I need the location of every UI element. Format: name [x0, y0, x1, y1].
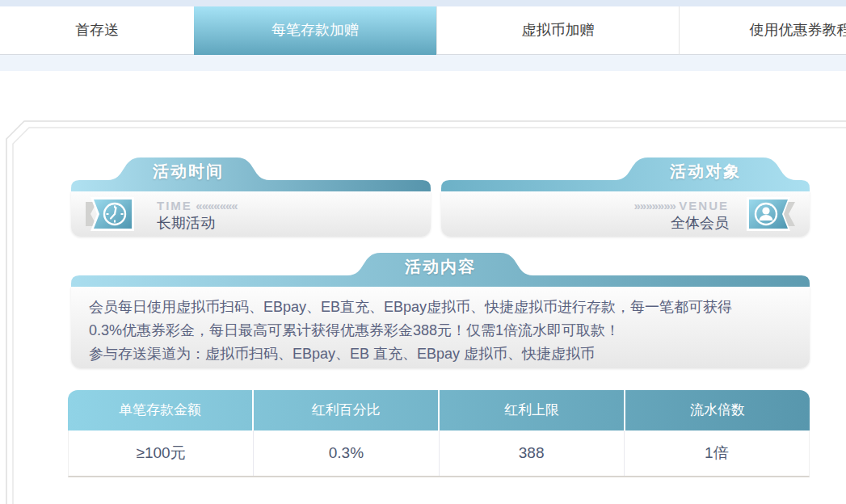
panel-title-activity-time: 活动时间	[136, 161, 241, 183]
table-header-row: 单笔存款金额 红利百分比 红利上限 流水倍数	[68, 390, 810, 430]
promo-tab-bar: 首存送 每笔存款加赠 虚拟币加赠 使用优惠券教程	[0, 6, 846, 55]
user-icon	[745, 195, 797, 233]
tab-per-deposit-bonus[interactable]: 每笔存款加赠	[194, 6, 436, 55]
panel-title-activity-content: 活动内容	[388, 256, 493, 278]
content-line-3: 参与存送渠道为：虚拟币扫码、EBpay、EB 直充、EBpay 虚拟币、快捷虚拟…	[89, 342, 792, 366]
cell-bonus-cap: 388	[440, 430, 625, 476]
activity-time-header	[71, 158, 431, 191]
cell-bonus-percent: 0.3%	[254, 430, 439, 476]
bonus-table: 单笔存款金额 红利百分比 红利上限 流水倍数 ≥100元 0.3% 388 1倍	[68, 390, 810, 477]
table-row: ≥100元 0.3% 388 1倍	[68, 430, 810, 477]
promotion-page: 首存送 每笔存款加赠 虚拟币加赠 使用优惠券教程 活动时间	[0, 0, 846, 504]
panel-title-activity-target: 活动对象	[653, 161, 758, 183]
tab-first-deposit[interactable]: 首存送	[0, 6, 194, 55]
activity-content-body: 会员每日使用虚拟币扫码、EBpay、EB直充、EBpay虚拟币、快捷虚拟币进行存…	[71, 287, 810, 368]
header-cell-bonus-cap: 红利上限	[440, 390, 625, 430]
cell-turnover-multiple: 1倍	[625, 430, 809, 476]
sub-strip	[0, 55, 846, 71]
header-cell-deposit-amount: 单笔存款金额	[68, 390, 254, 430]
tab-crypto-bonus[interactable]: 虚拟币加赠	[436, 6, 679, 55]
venue-arrows: »»»»»»»	[633, 199, 675, 212]
tab-coupon-tutorial[interactable]: 使用优惠券教程	[679, 6, 846, 55]
panel-activity-content: 活动内容 会员每日使用虚拟币扫码、EBpay、EB直充、EBpay虚拟币、快捷虚…	[71, 253, 810, 368]
panel-activity-time: 活动时间 TIME ««««««« 长期活动	[71, 158, 431, 237]
activity-target-body: »»»»»»» VENUE 全体会员	[441, 191, 810, 237]
content-line-2: 0.3%优惠券彩金，每日最高可累计获得优惠券彩金388元！仅需1倍流水即可取款！	[89, 319, 792, 342]
top-strip	[0, 0, 846, 6]
time-value: 长期活动	[157, 216, 238, 231]
activity-time-body: TIME ««««««« 长期活动	[71, 191, 431, 237]
header-cell-bonus-percent: 红利百分比	[254, 390, 440, 430]
content-line-1: 会员每日使用虚拟币扫码、EBpay、EB直充、EBpay虚拟币、快捷虚拟币进行存…	[89, 296, 792, 319]
header-cell-turnover-multiple: 流水倍数	[625, 390, 810, 430]
time-tag: TIME	[157, 199, 192, 212]
clock-icon	[84, 195, 136, 233]
target-value: 全体会员	[633, 216, 729, 231]
time-arrows: «««««««	[196, 199, 237, 212]
panel-activity-target: 活动对象 »»»»»»» VENUE 全体会员	[441, 158, 810, 237]
venue-tag: VENUE	[679, 199, 729, 212]
cell-deposit-amount: ≥100元	[69, 430, 254, 476]
